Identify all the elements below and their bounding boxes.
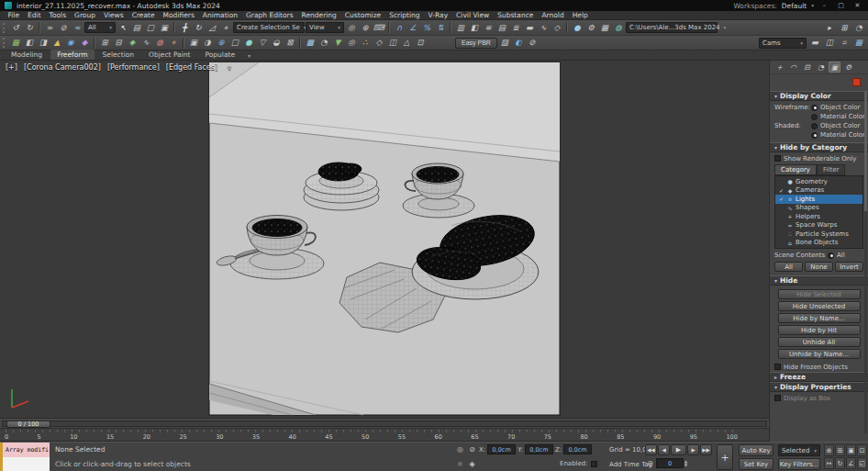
toolbar2-icon-20[interactable]: ⊠ (284, 37, 296, 49)
frame-spinner[interactable]: ▲▼ (684, 460, 687, 467)
z-coordinate-field[interactable]: 0,0cm (563, 444, 592, 454)
separator[interactable] (299, 38, 301, 49)
toolbar2-icon-13[interactable]: ▣ (187, 37, 200, 49)
display-as-box-checkbox[interactable]: Display as Box (770, 392, 868, 403)
rollout-hide-by-category[interactable]: ▾ Hide by Category (770, 142, 868, 152)
rectangular-selection-icon[interactable]: □ (144, 22, 157, 34)
status-mini-icon-2[interactable]: ◈ (467, 459, 477, 469)
hide-button[interactable]: Hide by Hit (778, 325, 861, 335)
tab-motion[interactable]: ◔ (815, 62, 827, 73)
hide-button[interactable]: Hide by Name... (778, 313, 861, 323)
category-all-button[interactable]: All (774, 262, 803, 272)
key-mode-icon[interactable]: ⊙ (645, 458, 655, 468)
zoom-icon[interactable]: ⊕ (824, 444, 834, 456)
y-coordinate-field[interactable]: 0,0cm (525, 444, 553, 454)
pan-icon[interactable]: ↔ (824, 457, 834, 469)
toolbar2-icon-9[interactable]: ◈ (126, 37, 139, 49)
toolbar2-icon-32[interactable]: ⊘ (526, 37, 539, 49)
toolbar2-icon-21[interactable]: ▩ (304, 37, 317, 49)
macro-recorder-line[interactable]: Array modifi (0, 443, 50, 457)
menu-item[interactable]: Create (128, 11, 159, 19)
ribbon-toggle-icon[interactable]: ▬ (523, 22, 536, 34)
menu-item[interactable]: Civil View (452, 11, 494, 19)
viewport-pov-menu[interactable]: [Corona Camera002] (24, 63, 101, 72)
time-slider-handle[interactable]: 0 / 100 (6, 421, 50, 428)
tab-modify[interactable]: ◠ (787, 62, 799, 73)
render-production-icon[interactable]: ◍ (612, 22, 625, 34)
toolbar2-icon-17[interactable]: ● (242, 37, 255, 49)
render-setup-icon[interactable]: ⚙ (584, 22, 597, 34)
rollout-display-properties[interactable]: ▾ Display Properties (770, 382, 868, 392)
toolbar2-icon-19[interactable]: ◒ (270, 37, 283, 49)
window-crossing-icon[interactable]: ▣ (158, 22, 171, 34)
track-bar[interactable]: 0510152025303540455055606570758085909510… (0, 428, 769, 442)
separator[interactable] (566, 22, 568, 33)
viewport[interactable]: [+][Corona Camera002][Performance][Edged… (0, 61, 769, 418)
toolbar2-right-icon-1[interactable]: ▬ (808, 37, 821, 49)
menu-item[interactable]: V-Ray (424, 11, 451, 19)
toolbar2-icon-8[interactable]: ⊟ (112, 37, 125, 49)
set-keys-button[interactable]: + (717, 444, 733, 470)
shaded-object-color-radio[interactable]: Object Color (811, 122, 866, 129)
toolbar2-icon-30[interactable]: ▨ (498, 37, 511, 49)
next-frame-button[interactable]: ▶ (687, 444, 699, 455)
toolbar2-icon-26[interactable]: ◇ (373, 37, 385, 49)
ribbon-tab[interactable]: Populate (198, 50, 241, 60)
open-project-folder-icon[interactable]: ▸ (823, 22, 836, 34)
select-object-icon[interactable]: ↖ (117, 22, 129, 34)
key-selection-dropdown[interactable]: Selected▾ (778, 444, 820, 456)
separator[interactable] (39, 22, 40, 33)
angle-snap-icon[interactable]: ∠ (406, 22, 419, 34)
spinner-snap-icon[interactable]: ⇅ (434, 22, 447, 34)
rollout-hide[interactable]: ▾ Hide (770, 275, 868, 286)
hide-button[interactable]: Unhide by Name... (778, 349, 861, 359)
separator[interactable] (94, 38, 95, 49)
current-frame-field[interactable]: 0 (656, 458, 684, 468)
use-pivot-center-icon[interactable]: ◎ (345, 22, 358, 34)
rendered-frame-icon[interactable]: ▦ (598, 22, 611, 34)
snaps-toggle-icon[interactable]: ∩ (393, 22, 406, 34)
separator[interactable] (388, 22, 390, 33)
enabled-toggle[interactable]: Enabled: (560, 460, 597, 467)
easy-pbr-button[interactable]: Easy PBR (455, 38, 497, 49)
color-swatch[interactable] (852, 78, 861, 86)
select-and-move-icon[interactable]: ╋ (178, 22, 191, 34)
toolbar2-icon-12[interactable]: ⌖ (167, 37, 180, 49)
select-and-scale-icon[interactable]: ◿ (206, 22, 218, 34)
auto-key-button[interactable]: Auto Key (739, 444, 773, 456)
category-item[interactable]: ∴ Particle Systems (775, 230, 862, 239)
bind-to-space-warp-icon[interactable]: ≈ (71, 22, 83, 34)
toolbar2-icon-10[interactable]: ∿ (139, 37, 152, 49)
separator[interactable] (173, 22, 175, 33)
viewport-quality-menu[interactable]: [Performance] (107, 63, 160, 72)
selection-lock-icon[interactable]: ⊘ (467, 444, 477, 454)
keyboard-override-icon[interactable]: ⌨ (373, 22, 385, 34)
toolbar2-icon-24[interactable]: ◎ (345, 37, 358, 49)
toolbar-drag-handle[interactable] (3, 38, 6, 48)
select-and-manipulate-icon[interactable]: ⊕ (359, 22, 372, 34)
workspaces-dropdown[interactable]: Default (782, 2, 807, 10)
toolbar2-right-icon-4[interactable]: ▦ (852, 37, 865, 49)
select-by-name-icon[interactable]: ▤ (130, 22, 143, 34)
rollout-display-color[interactable]: ▾ Display Color (770, 91, 868, 101)
play-button[interactable]: ▶ (671, 444, 686, 455)
redo-icon[interactable]: ↻ (23, 22, 36, 34)
hide-button[interactable]: Unhide All (778, 337, 861, 347)
go-to-end-button[interactable]: ▶▶ (700, 444, 712, 455)
percent-snap-icon[interactable]: % (420, 22, 433, 34)
toolbar2-icon-23[interactable]: ▼ (331, 37, 344, 49)
tab-create[interactable]: + (773, 62, 785, 73)
chevron-down-icon[interactable]: ▾ (811, 3, 814, 8)
mirror-icon[interactable]: ◧ (468, 22, 481, 34)
toolbar2-right-icon-3[interactable]: ⌗ (838, 37, 851, 49)
menu-item[interactable]: Graph Editors (242, 11, 298, 19)
category-item[interactable]: ∿ Shapes (775, 204, 862, 213)
menu-item[interactable]: Help (568, 11, 592, 19)
separator[interactable] (183, 38, 184, 49)
separator[interactable] (450, 22, 451, 33)
category-none-button[interactable]: None (805, 262, 833, 272)
scene-contents-all-radio[interactable] (828, 252, 834, 259)
toolbar2-icon-15[interactable]: ⊕ (215, 37, 228, 49)
hide-button[interactable]: Hide Unselected (778, 301, 861, 311)
help-search-icon[interactable]: ◔ (852, 22, 865, 34)
